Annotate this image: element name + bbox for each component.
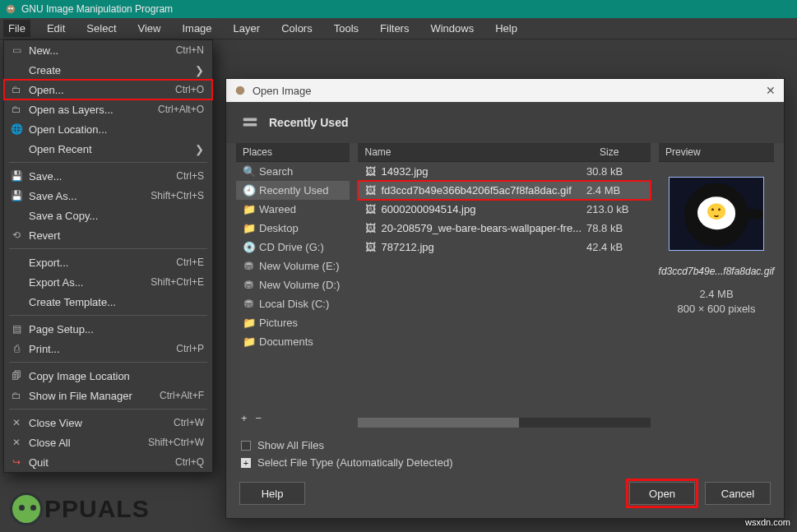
add-place-button[interactable]: + <box>241 412 248 424</box>
close-all-icon: ✕ <box>11 437 22 448</box>
globe-icon: 🌐 <box>11 123 22 135</box>
cancel-button[interactable]: Cancel <box>705 482 771 505</box>
place-icon: 📁 <box>243 203 254 215</box>
menu-open[interactable]: 🗀Open...Ctrl+O <box>4 80 212 99</box>
place-label: Search <box>259 165 293 178</box>
place-label: Documents <box>259 335 313 348</box>
menu-windows[interactable]: Windows <box>425 20 479 37</box>
file-row[interactable]: 🖼20-208579_we-bare-bears-wallpaper-fre..… <box>358 219 651 238</box>
place-label: Pictures <box>259 317 298 329</box>
menu-select[interactable]: Select <box>81 20 121 37</box>
menu-close-view[interactable]: ✕Close ViewCtrl+W <box>4 413 212 433</box>
places-item[interactable]: 📁Documents <box>236 332 350 351</box>
scrollbar-thumb[interactable] <box>358 418 519 428</box>
appuals-text: PPUALS <box>44 495 150 523</box>
places-panel: Places 🔍Search🕘Recently Used📁Wareed📁Desk… <box>236 143 350 428</box>
places-item[interactable]: 🔍Search <box>236 162 350 181</box>
place-icon: ⛃ <box>243 279 254 291</box>
preview-panel: Preview fd3ccd7b49e...f8fa8dac.gif 2.4 M… <box>659 143 774 428</box>
show-all-files-checkbox[interactable]: Show All Files <box>241 439 769 451</box>
menu-create[interactable]: Create❯ <box>4 60 212 80</box>
place-icon: 📁 <box>243 222 254 234</box>
file-size: 213.0 kB <box>586 203 644 215</box>
file-row[interactable]: 🖼14932.jpg30.8 kB <box>358 162 651 181</box>
place-label: New Volume (D:) <box>259 279 340 291</box>
open-image-dialog: Open Image ✕ Recently Used Places 🔍Searc… <box>225 78 785 519</box>
menu-edit[interactable]: Edit <box>42 20 70 37</box>
menu-save[interactable]: 💾Save...Ctrl+S <box>4 166 212 186</box>
menu-tools[interactable]: Tools <box>329 20 364 37</box>
open-icon: 🗀 <box>11 84 22 95</box>
menu-new[interactable]: ▭New...Ctrl+N <box>4 40 212 60</box>
svg-rect-4 <box>243 118 257 122</box>
menu-save-copy[interactable]: Save a Copy... <box>4 206 212 225</box>
place-label: Desktop <box>259 222 299 234</box>
file-row[interactable]: 🖼787212.jpg42.4 kB <box>358 238 651 257</box>
places-item[interactable]: 📁Desktop <box>236 219 350 238</box>
places-item[interactable]: 💿CD Drive (G:) <box>236 238 350 257</box>
menu-quit[interactable]: ↪QuitCtrl+Q <box>4 452 212 472</box>
menu-layer[interactable]: Layer <box>229 20 266 37</box>
menu-separator <box>9 362 207 363</box>
dialog-header: Recently Used <box>226 102 784 143</box>
menu-page-setup[interactable]: ▤Page Setup... <box>4 319 212 339</box>
yolk-illustration <box>707 204 725 220</box>
svg-point-2 <box>12 7 13 9</box>
place-icon: 📁 <box>243 335 254 348</box>
menubar: File Edit Select View Image Layer Colors… <box>0 18 797 39</box>
menu-export[interactable]: Export...Ctrl+E <box>4 252 212 272</box>
place-icon: ⛃ <box>243 298 254 310</box>
file-name: 14932.jpg <box>381 165 582 178</box>
horizontal-scrollbar[interactable] <box>358 418 651 428</box>
dialog-location-label: Recently Used <box>269 116 348 129</box>
menu-colors[interactable]: Colors <box>276 20 317 37</box>
place-label: Recently Used <box>259 184 329 197</box>
menu-separator <box>9 162 207 163</box>
menu-view[interactable]: View <box>133 20 166 37</box>
dialog-close-button[interactable]: ✕ <box>766 84 776 97</box>
place-label: New Volume (E:) <box>259 260 340 272</box>
menu-close-all[interactable]: ✕Close AllShift+Ctrl+W <box>4 433 212 452</box>
places-item[interactable]: ⛃New Volume (E:) <box>236 257 350 275</box>
file-icon: 🖼 <box>364 184 376 197</box>
name-column-header[interactable]: Name <box>358 143 593 162</box>
open-button[interactable]: Open <box>629 482 695 505</box>
menu-copy-image-location[interactable]: 🗐Copy Image Location <box>4 366 212 386</box>
app-window: GNU Image Manipulation Program File Edit… <box>0 0 797 532</box>
place-icon: 🕘 <box>243 184 254 197</box>
menu-save-as[interactable]: 💾Save As...Shift+Ctrl+S <box>4 186 212 206</box>
menu-revert[interactable]: ⟲Revert <box>4 225 212 245</box>
menu-file[interactable]: File <box>3 20 30 37</box>
submenu-arrow-icon: ❯ <box>195 143 204 155</box>
file-size: 2.4 MB <box>586 184 644 197</box>
titlebar: GNU Image Manipulation Program <box>0 0 797 18</box>
places-item[interactable]: ⛃Local Disk (C:) <box>236 294 350 313</box>
menu-export-as[interactable]: Export As...Shift+Ctrl+E <box>4 272 212 292</box>
menu-print[interactable]: ⎙Print...Ctrl+P <box>4 339 212 359</box>
menu-show-file-manager[interactable]: 🗀Show in File ManagerCtrl+Alt+F <box>4 386 212 405</box>
menu-filters[interactable]: Filters <box>375 20 414 37</box>
page-setup-icon: ▤ <box>11 323 22 335</box>
preview-metadata: 2.4 MB 800 × 600 pixels <box>677 287 755 317</box>
preview-header: Preview <box>659 143 774 162</box>
menu-open-location[interactable]: 🌐Open Location... <box>4 119 212 139</box>
places-item[interactable]: 🕘Recently Used <box>236 181 350 200</box>
places-item[interactable]: 📁Pictures <box>236 313 350 332</box>
menu-create-template[interactable]: Create Template... <box>4 292 212 312</box>
menu-image[interactable]: Image <box>177 20 216 37</box>
menu-help[interactable]: Help <box>490 20 522 37</box>
help-button[interactable]: Help <box>239 482 305 505</box>
file-row[interactable]: 🖼6000200094514.jpg213.0 kB <box>358 200 651 219</box>
places-item[interactable]: 📁Wareed <box>236 200 350 219</box>
places-item[interactable]: ⛃New Volume (D:) <box>236 275 350 294</box>
menu-open-as-layers[interactable]: 🗀Open as Layers...Ctrl+Alt+O <box>4 99 212 119</box>
menu-open-recent[interactable]: Open Recent❯ <box>4 139 212 159</box>
size-column-header[interactable]: Size <box>593 143 651 162</box>
file-size: 30.8 kB <box>586 165 644 178</box>
places-header: Places <box>236 143 350 162</box>
place-icon: ⛃ <box>243 260 254 272</box>
folder-icon: 🗀 <box>11 390 22 401</box>
remove-place-button[interactable]: − <box>256 412 262 424</box>
select-file-type-expander[interactable]: +Select File Type (Automatically Detecte… <box>241 456 769 469</box>
file-row[interactable]: 🖼fd3ccd7b49e366b4206f5ac7f8fa8dac.gif2.4… <box>358 181 651 200</box>
